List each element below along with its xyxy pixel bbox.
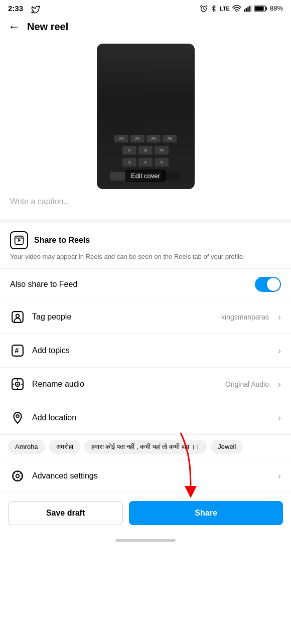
back-button[interactable]: ← [8,20,20,34]
status-icons: LTE 88% [200,5,283,13]
toggle-knob [267,278,280,291]
advanced-settings-chevron: › [278,471,281,480]
home-indicator [0,535,291,548]
add-location-label: Add location [32,413,271,422]
tag-people-icon [10,309,25,325]
tag-people-row[interactable]: Tag people kingsmanparas › [0,300,291,334]
status-time: 2:33 [8,4,23,13]
alarm-icon [200,5,208,13]
signal-icon [244,5,252,12]
add-location-chevron: › [278,413,281,422]
rename-audio-label: Rename audio [32,380,218,389]
video-thumbnail-container: F3 F4 F5 F6 # $ % 3 4 5 R Edit cover [0,39,291,189]
tag-people-label: Tag people [32,312,214,321]
svg-rect-4 [247,7,248,12]
add-location-row[interactable]: Add location › [0,401,291,435]
location-pill-1[interactable]: अमरोहा [49,440,80,454]
svg-text:#: # [15,347,19,355]
status-bar: 2:33 LTE [0,0,291,15]
section-divider [0,219,291,223]
svg-rect-9 [255,7,263,11]
caption-placeholder: Write a caption... [10,197,70,206]
tag-people-value: kingsmanparas [221,313,269,321]
svg-point-17 [16,314,20,318]
svg-rect-6 [251,5,252,12]
also-share-feed-row[interactable]: Also share to Feed [0,269,291,300]
svg-point-23 [16,415,19,417]
svg-point-25 [16,474,20,478]
also-share-feed-toggle[interactable] [255,277,281,292]
home-bar [115,539,176,542]
bottom-action-bar: Save draft Share [0,493,291,535]
svg-rect-2 [244,9,245,12]
caption-input[interactable]: Write a caption... [0,189,291,219]
reels-icon [10,231,28,249]
svg-rect-8 [266,7,267,10]
share-button[interactable]: Share [129,501,283,525]
share-reels-title: Share to Reels [34,236,90,245]
location-pill-3[interactable]: Jewell [211,440,243,454]
rename-audio-row[interactable]: Rename audio Original Audio › [0,368,291,401]
add-topics-row[interactable]: # Add topics › [0,334,291,368]
edit-cover-button[interactable]: Edit cover [125,170,166,182]
rename-audio-icon [10,377,25,392]
rename-audio-chevron: › [278,380,281,389]
video-thumbnail[interactable]: F3 F4 F5 F6 # $ % 3 4 5 R Edit cover [97,44,195,189]
save-draft-button[interactable]: Save draft [8,501,123,525]
share-to-reels-section: Share to Reels Your video may appear in … [0,223,291,269]
page-title: New reel [27,21,68,33]
bottom-section: Save draft Share [0,493,291,535]
svg-marker-11 [18,239,21,242]
share-reels-header: Share to Reels [10,231,281,249]
lte-label: LTE [220,6,230,12]
add-topics-chevron: › [278,346,281,355]
add-topics-label: Add topics [32,346,271,355]
location-pill-0[interactable]: Amroha [8,440,45,454]
advanced-settings-label: Advanced settings [32,471,271,480]
add-topics-icon: # [10,343,25,358]
rename-audio-value: Original Audio [225,380,269,388]
battery-percentage: 88% [270,5,283,12]
tag-people-chevron: › [278,312,281,321]
advanced-settings-row[interactable]: Advanced settings › [0,459,291,493]
twitter-icon [31,5,40,14]
svg-rect-3 [246,8,247,12]
svg-rect-16 [12,311,23,323]
page-header: ← New reel [0,15,291,39]
svg-rect-5 [249,6,250,12]
bluetooth-icon [210,5,217,13]
location-suggestions: Amroha अमरोहा हमारा कोई पता नहीं , कभी य… [0,435,291,459]
battery-icon [254,5,267,12]
wifi-icon [232,5,241,12]
advanced-settings-icon [10,468,25,484]
location-pill-2[interactable]: हमारा कोई पता नहीं , कभी यहां तो कभी वहा… [84,440,207,454]
keyboard-image: F3 F4 F5 F6 # $ % 3 4 5 R [97,44,195,189]
also-share-feed-label: Also share to Feed [10,280,77,289]
svg-point-22 [17,384,18,385]
svg-point-1 [236,11,237,12]
add-location-icon [10,410,25,425]
share-reels-description: Your video may appear in Reels and can b… [10,252,281,261]
